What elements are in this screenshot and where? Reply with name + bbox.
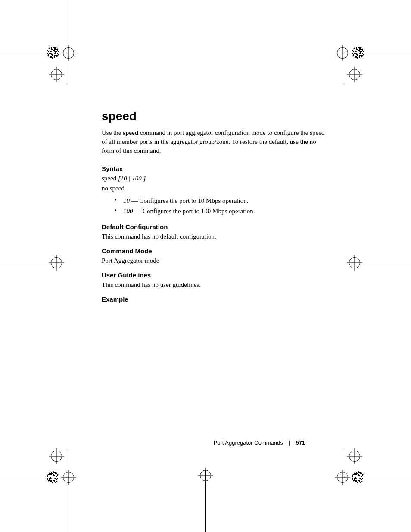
heading-default-config: Default Configuration <box>102 223 326 230</box>
intro-paragraph: Use the speed command in port aggregator… <box>102 128 326 156</box>
heading-syntax: Syntax <box>102 165 326 172</box>
page-content: speed Use the speed command in port aggr… <box>102 109 326 305</box>
default-config-text: This command has no default configuratio… <box>102 233 326 240</box>
heading-example: Example <box>102 296 326 303</box>
syntax-command: speed [10 | 100 ] <box>102 175 326 182</box>
registration-mark-icon <box>63 47 74 59</box>
parameter-item: 100 — Configures the port to 100 Mbps op… <box>115 206 326 216</box>
registration-mark-icon <box>200 470 211 481</box>
parameter-item: 10 — Configures the port to 10 Mbps oper… <box>115 196 326 206</box>
registration-mark-icon <box>349 451 360 462</box>
registration-mark-icon <box>47 471 59 483</box>
footer-separator: | <box>289 439 290 446</box>
crop-mark-icon <box>344 0 344 84</box>
registration-mark-icon <box>63 472 74 483</box>
crop-mark-icon <box>67 0 67 84</box>
registration-mark-icon <box>51 257 62 268</box>
heading-command-mode: Command Mode <box>102 247 326 255</box>
registration-mark-icon <box>51 69 62 80</box>
command-title: speed <box>102 109 326 123</box>
registration-mark-icon <box>47 47 59 59</box>
user-guidelines-text: This command has no user guidelines. <box>102 281 326 289</box>
parameter-list: 10 — Configures the port to 10 Mbps oper… <box>115 196 326 216</box>
registration-mark-icon <box>337 47 348 59</box>
registration-mark-icon <box>349 257 360 268</box>
footer-page-number: 571 <box>296 439 305 446</box>
page-footer: Port Aggregator Commands | 571 <box>0 439 411 446</box>
syntax-no-form: no speed <box>102 185 326 192</box>
crop-mark-icon <box>67 448 67 532</box>
registration-mark-icon <box>51 451 62 462</box>
registration-mark-icon <box>352 47 364 59</box>
registration-mark-icon <box>349 69 360 80</box>
heading-user-guidelines: User Guidelines <box>102 271 326 279</box>
registration-mark-icon <box>352 471 364 483</box>
footer-section-name: Port Aggregator Commands <box>214 439 283 446</box>
command-mode-text: Port Aggregator mode <box>102 257 326 264</box>
registration-mark-icon <box>337 472 348 483</box>
crop-mark-icon <box>344 448 344 532</box>
